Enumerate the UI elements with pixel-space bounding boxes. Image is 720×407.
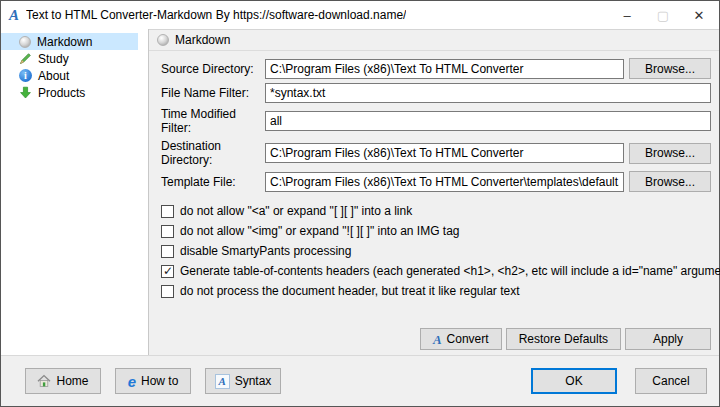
convert-button[interactable]: A Convert <box>420 328 502 350</box>
panel-actions: A Convert Restore Defaults Apply <box>161 328 711 352</box>
checkbox-row-no-link[interactable]: do not allow "<a" or expand "[ ][ ]" int… <box>161 204 711 218</box>
disable-smartypants-checkbox[interactable] <box>161 245 174 258</box>
sidebar-item-products[interactable]: Products <box>1 84 138 101</box>
panel-title: Markdown <box>175 33 230 47</box>
sidebar-item-label: Study <box>38 52 69 66</box>
markdown-sphere-icon <box>157 34 169 46</box>
template-file-label: Template File: <box>161 175 265 189</box>
sidebar-item-study[interactable]: Study <box>1 50 138 67</box>
checkbox-label: Generate table-of-contents headers (each… <box>180 264 720 278</box>
file-name-filter-input[interactable] <box>265 83 711 103</box>
how-to-button-label: How to <box>141 374 178 388</box>
sidebar-item-label: Products <box>38 86 85 100</box>
source-directory-label: Source Directory: <box>161 62 265 76</box>
skip-doc-header-checkbox[interactable] <box>161 285 174 298</box>
syntax-a-icon: A <box>215 374 230 389</box>
footer-left-buttons: Home e How to A Syntax <box>25 368 281 394</box>
syntax-button[interactable]: A Syntax <box>205 368 281 394</box>
window-title: Text to HTML Converter-Markdown By https… <box>26 8 406 22</box>
checkbox-row-toc-headers[interactable]: Generate table-of-contents headers (each… <box>161 264 711 278</box>
checkbox-label: do not process the document header, but … <box>180 284 520 298</box>
maximize-button: ▢ <box>645 1 681 29</box>
apply-button[interactable]: Apply <box>625 328 711 350</box>
footer-right-buttons: OK Cancel <box>531 368 707 394</box>
destination-directory-input[interactable] <box>265 143 624 163</box>
checkbox-row-skip-doc-header[interactable]: do not process the document header, but … <box>161 284 711 298</box>
field-row-time-modified-filter: Time Modified Filter: <box>161 107 711 135</box>
field-row-template-file: Template File: Browse... <box>161 171 711 192</box>
browser-e-icon: e <box>128 374 136 389</box>
checkbox-row-no-img[interactable]: do not allow "<img" or expand "![ ][ ]" … <box>161 224 711 238</box>
info-icon: i <box>19 69 32 82</box>
checkbox-row-disable-smartypants[interactable]: disable SmartyPants processing <box>161 244 711 258</box>
home-button-label: Home <box>56 374 88 388</box>
settings-form: Source Directory: Browse... File Name Fi… <box>149 51 719 355</box>
title-bar: A Text to HTML Converter-Markdown By htt… <box>1 1 719 29</box>
checkbox-group: do not allow "<a" or expand "[ ][ ]" int… <box>161 204 711 304</box>
caption-buttons: – ▢ ✕ <box>609 1 719 29</box>
how-to-button[interactable]: e How to <box>115 368 191 394</box>
sidebar-item-label: About <box>38 69 69 83</box>
field-row-file-name-filter: File Name Filter: <box>161 83 711 103</box>
home-button[interactable]: Home <box>25 368 101 394</box>
app-icon: A <box>9 8 19 23</box>
markdown-sphere-icon <box>19 36 31 48</box>
convert-button-label: Convert <box>447 332 489 346</box>
home-icon <box>37 374 51 388</box>
checkbox-label: disable SmartyPants processing <box>180 244 351 258</box>
minimize-button[interactable]: – <box>609 1 645 29</box>
toc-headers-checkbox[interactable] <box>161 265 174 278</box>
cancel-button[interactable]: Cancel <box>635 368 707 394</box>
restore-defaults-button[interactable]: Restore Defaults <box>506 328 621 350</box>
pencil-icon <box>19 52 32 65</box>
time-modified-filter-input[interactable] <box>265 111 711 131</box>
no-img-checkbox[interactable] <box>161 225 174 238</box>
arrow-down-icon <box>19 86 32 99</box>
no-link-checkbox[interactable] <box>161 205 174 218</box>
converter-a-icon: A <box>433 333 442 346</box>
time-modified-filter-label: Time Modified Filter: <box>161 107 265 135</box>
field-row-destination-directory: Destination Directory: Browse... <box>161 139 711 167</box>
close-button[interactable]: ✕ <box>681 1 717 29</box>
checkbox-label: do not allow "<img" or expand "![ ][ ]" … <box>180 224 460 238</box>
sidebar-item-about[interactable]: i About <box>1 67 138 84</box>
panel-header: Markdown <box>149 30 719 51</box>
destination-directory-label: Destination Directory: <box>161 139 265 167</box>
file-name-filter-label: File Name Filter: <box>161 86 265 100</box>
field-row-source-directory: Source Directory: Browse... <box>161 58 711 79</box>
main-panel: Markdown Source Directory: Browse... Fil… <box>149 29 719 355</box>
syntax-button-label: Syntax <box>235 374 272 388</box>
app-window: A Text to HTML Converter-Markdown By htt… <box>0 0 720 407</box>
template-file-input[interactable] <box>265 172 624 192</box>
ok-button[interactable]: OK <box>531 368 617 394</box>
source-directory-browse-button[interactable]: Browse... <box>629 58 711 79</box>
sidebar-item-markdown[interactable]: Markdown <box>1 33 138 50</box>
sidebar: Markdown Study i About Products <box>1 29 149 355</box>
footer-bar: Home e How to A Syntax OK Cancel <box>1 355 719 406</box>
template-file-browse-button[interactable]: Browse... <box>629 171 711 192</box>
checkbox-label: do not allow "<a" or expand "[ ][ ]" int… <box>180 204 412 218</box>
content-area: Markdown Study i About Products Markdown <box>1 29 719 355</box>
sidebar-item-label: Markdown <box>37 35 92 49</box>
source-directory-input[interactable] <box>265 59 624 79</box>
destination-directory-browse-button[interactable]: Browse... <box>629 143 711 164</box>
